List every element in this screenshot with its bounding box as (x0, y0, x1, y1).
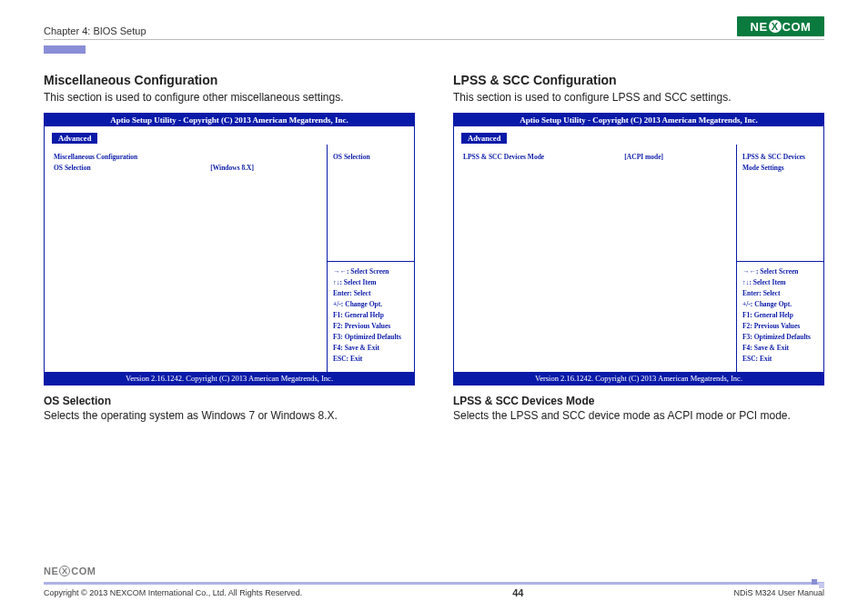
manual-name: NDiS M324 User Manual (733, 588, 824, 597)
paragraph-body: Selects the LPSS and SCC device mode as … (453, 409, 824, 422)
copyright-text: Copyright © 2013 NEXCOM International Co… (44, 588, 302, 597)
bios-footer: Version 2.16.1242. Copyright (C) 2013 Am… (45, 372, 414, 385)
brand-logo: NEXCOM (737, 16, 824, 36)
paragraph-heading: LPSS & SCC Devices Mode (453, 395, 824, 407)
section-subtitle: This section is used to configure LPSS a… (453, 91, 824, 104)
paragraph-heading: OS Selection (44, 395, 415, 407)
footer-logo: NEXCOM (44, 564, 107, 578)
bios-main-panel: LPSS & SCC Devices Mode [ACPI mode] (454, 145, 737, 372)
bios-side-panel: LPSS & SCC Devices Mode Settings →←: Sel… (737, 145, 823, 372)
bios-main-panel: Miscellaneous Configuration OS Selection… (45, 145, 328, 372)
section-heading: Miscellaneous Configuration (44, 73, 415, 87)
page-footer: NEXCOM Copyright © 2013 NEXCOM Internati… (44, 564, 824, 598)
left-column: Miscellaneous Configuration This section… (44, 73, 415, 422)
page-number: 44 (512, 587, 523, 598)
footer-rule (44, 582, 824, 585)
bios-side-panel: OS Selection →←: Select Screen ↑↓: Selec… (328, 145, 414, 372)
bios-tab-row: Advanced (454, 126, 823, 145)
bios-title-bar: Aptio Setup Utility - Copyright (C) 2013… (45, 114, 414, 126)
logo-x-icon: X (59, 566, 70, 576)
right-column: LPSS & SCC Configuration This section is… (453, 73, 824, 422)
page-header: Chapter 4: BIOS Setup NEXCOM (44, 16, 824, 40)
bios-screenshot-left: Aptio Setup Utility - Copyright (C) 2013… (44, 113, 415, 386)
bios-title-bar: Aptio Setup Utility - Copyright (C) 2013… (454, 114, 823, 126)
section-subtitle: This section is used to configure other … (44, 91, 415, 104)
bios-setting-row: OS Selection [Windows 8.X] (54, 163, 254, 174)
bios-setting-row: LPSS & SCC Devices Mode [ACPI mode] (463, 152, 663, 163)
chapter-title: Chapter 4: BIOS Setup (44, 25, 146, 36)
bios-screenshot-right: Aptio Setup Utility - Copyright (C) 2013… (453, 113, 824, 386)
bios-tab-advanced: Advanced (52, 133, 97, 144)
bios-key-help: →←: Select Screen ↑↓: Select Item Enter:… (328, 261, 414, 365)
logo-x-icon: X (769, 20, 782, 33)
bios-key-help: →←: Select Screen ↑↓: Select Item Enter:… (737, 261, 823, 365)
section-heading: LPSS & SCC Configuration (453, 73, 824, 87)
accent-tab (44, 45, 824, 51)
bios-tab-row: Advanced (45, 126, 414, 145)
bios-footer: Version 2.16.1242. Copyright (C) 2013 Am… (454, 372, 823, 385)
paragraph-body: Selects the operating system as Windows … (44, 409, 415, 422)
bios-tab-advanced: Advanced (461, 133, 507, 144)
